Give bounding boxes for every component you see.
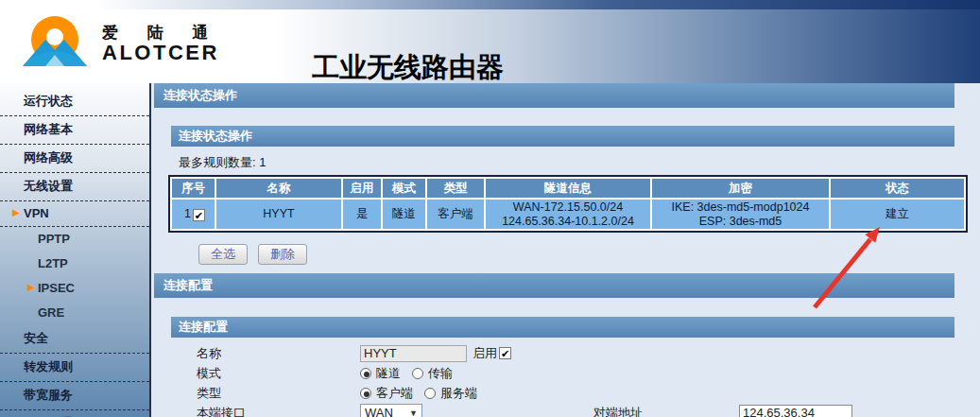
sidebar-item-vpn[interactable]: ▶ VPN [0,201,149,227]
cell-name: HYYT [216,200,341,229]
row-checkbox[interactable]: ✔ [193,209,205,221]
header: 爱 陆 通 ALOTCER 工业无线路由器 [0,9,980,83]
col-header-type: 类型 [427,179,484,198]
cell-type: 客户端 [427,200,484,229]
sidebar-item-wireless-settings[interactable]: 无线设置 [0,173,149,201]
type-client-label: 客户端 [376,385,413,402]
col-header-tunnel-info: 隧道信息 [486,179,650,198]
brand-name-cn: 爱 陆 通 [102,24,220,43]
alotcer-logo-icon [19,11,91,76]
cell-status: 建立 [831,200,964,229]
sidebar: 运行状态 网络基本 网络高级 无线设置 ▶ VPN PPTP L2TP ▶ IP… [0,83,151,417]
type-server-radio[interactable] [424,388,436,399]
local-interface-select[interactable]: WAN ▼ [360,404,422,417]
brand-logo: 爱 陆 通 ALOTCER [19,11,220,76]
mode-tunnel-radio[interactable] [360,368,371,379]
name-label: 名称 [197,345,360,362]
form-row-local-interface: 本端接口 WAN ▼ 对端地址 [197,403,954,417]
peer-address-label: 对端地址 [593,405,739,417]
mode-tunnel-label: 隧道 [376,365,401,382]
sidebar-item-network-basic[interactable]: 网络基本 [0,116,149,145]
type-client-radio[interactable] [360,388,371,399]
cell-enabled: 是 [343,200,381,229]
col-header-mode: 模式 [383,179,425,198]
delete-button[interactable]: 删除 [258,244,307,265]
sidebar-item-pptp[interactable]: PPTP [0,227,149,252]
sidebar-item-running-status[interactable]: 运行状态 [0,88,149,116]
name-input[interactable] [360,345,467,362]
cell-tunnel-info: WAN-172.15.50.0/24 124.65.36.34-10.1.2.0… [486,200,650,229]
col-header-status: 状态 [831,179,964,198]
sidebar-item-security[interactable]: 安全 [0,325,149,354]
mode-transport-radio[interactable] [412,368,423,379]
type-label: 类型 [197,385,360,402]
enable-label: 启用 [473,345,497,362]
status-panel: 连接状态操作 最多规则数量: 1 序号 名称 启用 模式 类型 隧道信息 加密 … [171,126,954,265]
active-arrow-icon: ▶ [12,207,20,217]
sidebar-item-iot-interconnect[interactable]: 物联互通 [0,410,149,417]
mode-transport-label: 传输 [428,365,453,382]
col-header-name: 名称 [216,179,341,198]
cell-mode: 隧道 [383,200,425,229]
form-row-name: 名称 启用 ✔ [197,343,954,363]
form-row-mode: 模式 隧道 传输 [197,363,954,383]
col-header-encryption: 加密 [652,179,829,198]
sidebar-item-forward-rules[interactable]: 转发规则 [0,354,149,382]
main-content: 连接状态操作 连接状态操作 最多规则数量: 1 序号 名称 启用 模式 类型 隧… [151,83,980,417]
sidebar-item-bandwidth-service[interactable]: 带宽服务 [0,382,149,410]
col-header-enabled: 启用 [343,179,381,198]
top-gradient-strip [0,0,980,9]
select-all-button[interactable]: 全选 [198,244,248,265]
sidebar-item-ipsec[interactable]: ▶ IPSEC [0,276,149,301]
ipsec-rules-table: 序号 名称 启用 模式 类型 隧道信息 加密 状态 1✔ HYYT 是 隧道 [168,175,968,233]
local-interface-label: 本端接口 [197,405,360,417]
config-panel: 连接配置 名称 启用 ✔ 模式 隧道 传输 类型 客户端 服务端 [171,317,954,417]
sidebar-item-l2tp[interactable]: L2TP [0,252,149,276]
cell-encryption: IKE: 3des-md5-modp1024 ESP: 3des-md5 [652,200,829,229]
type-server-label: 服务端 [440,385,477,402]
page-title: 工业无线路由器 [312,49,504,87]
chevron-down-icon: ▼ [409,408,418,417]
status-panel-header: 连接状态操作 [171,126,954,147]
col-header-index: 序号 [172,179,215,198]
peer-address-input[interactable] [739,405,852,417]
sidebar-item-gre[interactable]: GRE [0,301,149,325]
active-arrow-icon: ▶ [27,282,35,292]
table-header-row: 序号 名称 启用 模式 类型 隧道信息 加密 状态 [172,179,964,198]
table-row: 1✔ HYYT 是 隧道 客户端 WAN-172.15.50.0/24 124.… [172,200,964,229]
brand-name-en: ALOTCER [102,43,220,63]
status-section-bar: 连接状态操作 [154,83,954,108]
form-row-type: 类型 客户端 服务端 [197,383,954,403]
cell-index: 1✔ [172,200,215,229]
config-section-bar: 连接配置 [154,273,954,298]
config-panel-header: 连接配置 [171,317,954,338]
mode-label: 模式 [197,365,360,382]
enable-checkbox[interactable]: ✔ [499,347,511,359]
sidebar-item-network-advanced[interactable]: 网络高级 [0,145,149,173]
max-rules-text: 最多规则数量: 1 [179,154,954,171]
